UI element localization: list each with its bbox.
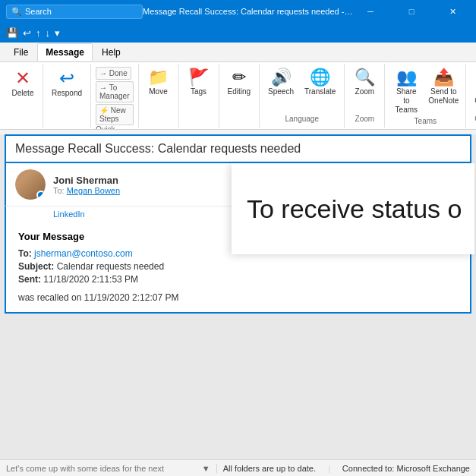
close-button[interactable]: ✕ <box>435 0 470 23</box>
recall-notice: was recalled on 11/19/2020 2:12:07 PM <box>18 292 458 303</box>
overlay-panel: To receive status o <box>232 163 474 254</box>
menu-message[interactable]: Message <box>37 43 93 61</box>
delete-button[interactable]: ✕ Delete <box>8 67 38 100</box>
status-connection: Connected to: Microsoft Exchange <box>342 464 470 473</box>
title-search-box[interactable]: 🔍 Search <box>6 5 143 19</box>
sender-to-name: Megan Bowen <box>67 186 120 195</box>
status-dropdown-icon[interactable]: ▼ <box>202 464 210 473</box>
sent-field-value: 11/18/2020 2:11:53 PM <box>43 274 138 285</box>
speech-button[interactable]: 🔊 Speech <box>264 67 298 99</box>
ribbon-group-onenote: 📓 Send toOneNote OneNote <box>466 64 476 128</box>
teams-label: Teams <box>415 117 437 127</box>
menu-file[interactable]: File <box>6 44 36 61</box>
minimize-button[interactable]: ─ <box>353 0 388 23</box>
content-area: Message Recall Success: Calendar request… <box>0 134 476 465</box>
status-bar: ▼ All folders are up to date. | Connecte… <box>0 459 476 476</box>
down-icon[interactable]: ↓ <box>46 27 51 39</box>
ribbon-group-tags: 🚩 Tags <box>179 64 219 128</box>
status-folders: All folders are up to date. <box>223 464 316 473</box>
quick-access-toolbar: 💾 ↩ ↑ ↓ ▾ <box>0 23 476 43</box>
to-label: To: <box>53 186 67 195</box>
up-icon[interactable]: ↑ <box>36 27 41 39</box>
ribbon: ✕ Delete ↩ Respond → Done → To Manag <box>0 62 476 130</box>
subject-field-value: Calendar requests needed <box>57 261 164 272</box>
zoom-label: Zoom <box>355 115 375 125</box>
avatar <box>15 169 46 200</box>
title-bar: 🔍 Search Message Recall Success: Calenda… <box>0 0 476 23</box>
search-label: Search <box>25 7 52 16</box>
quick-steps-label: Quick Steps ↗ <box>96 125 133 129</box>
status-input[interactable] <box>6 464 199 473</box>
recall-text: was recalled on 11/19/2020 2:12:07 PM <box>18 292 178 303</box>
translate-button[interactable]: 🌐 Translate <box>301 67 339 99</box>
to-email[interactable]: jsherman@contoso.com <box>34 248 133 259</box>
undo-icon[interactable]: ↩ <box>23 27 31 39</box>
overlay-text: To receive status o <box>247 194 462 224</box>
window-controls: ─ □ ✕ <box>353 0 470 23</box>
ribbon-group-zoom: 🔍 Zoom Zoom <box>345 64 385 128</box>
language-label: Language <box>285 115 319 125</box>
content-filler <box>5 314 471 344</box>
maximize-button[interactable]: □ <box>394 0 429 23</box>
sent-field-label: Sent: <box>18 274 43 285</box>
respond-button[interactable]: ↩ Respond <box>48 67 86 100</box>
save-icon[interactable]: 💾 <box>6 27 18 39</box>
onenote-button[interactable]: 📓 Send toOneNote <box>471 67 476 108</box>
to-field-label: To: <box>18 248 32 259</box>
more-icon[interactable]: ▾ <box>55 27 60 39</box>
status-input-area: ▼ <box>0 464 217 473</box>
sent-field: Sent: 11/18/2020 2:11:53 PM <box>18 274 458 285</box>
ribbon-group-language: 🔊 Speech 🌐 Translate Language <box>260 64 345 128</box>
zoom-button[interactable]: 🔍 Zoom <box>349 67 380 99</box>
email-header: Joni Sherman To: Megan Bowen ↩ … To rece… <box>5 163 471 206</box>
ribbon-group-respond: ↩ Respond <box>43 64 91 128</box>
ribbon-group-quick-steps: → Done → To Manager ⚡ New Steps Quick St… <box>91 64 138 128</box>
subject-bar: Message Recall Success: Calendar request… <box>5 134 471 163</box>
status-right: All folders are up to date. | Connected … <box>217 464 476 473</box>
menu-bar: File Message Help <box>0 43 476 62</box>
ribbon-group-delete: ✕ Delete <box>3 64 43 128</box>
avatar-badge <box>36 191 46 200</box>
tags-button[interactable]: 🚩 Tags <box>184 67 214 99</box>
menu-help[interactable]: Help <box>94 44 128 61</box>
ribbon-group-move: 📁 Move <box>139 64 179 128</box>
subject-field: Subject: Calendar requests needed <box>18 261 458 272</box>
search-icon: 🔍 <box>11 7 22 17</box>
move-button[interactable]: 📁 Move <box>143 67 174 99</box>
ribbon-group-editing: ✏ Editing <box>219 64 260 128</box>
window-title: Message Recall Success: Calendar request… <box>143 7 353 16</box>
editing-button[interactable]: ✏ Editing <box>224 67 255 99</box>
ribbon-group-teams: 👥 Share toTeams 📤 Send toOneNote Teams <box>385 64 466 128</box>
send-onenote-button[interactable]: 📤 Send toOneNote <box>426 67 461 108</box>
subject-field-label: Subject: <box>18 261 57 272</box>
share-teams-button[interactable]: 👥 Share toTeams <box>389 67 423 117</box>
